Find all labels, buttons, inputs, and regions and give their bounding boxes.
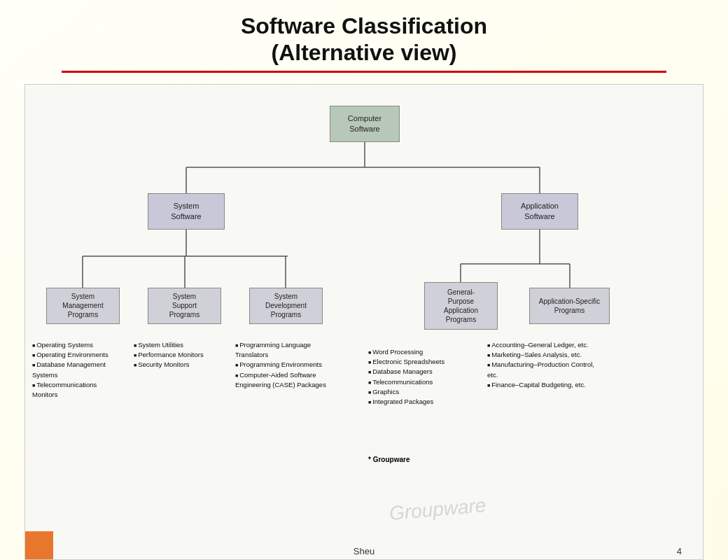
sys-mgmt-list: Operating Systems Operating Environments… (32, 340, 123, 400)
page-title: Software Classification (Alternative vie… (28, 13, 700, 66)
app-specific-box: Application-Specific Programs (529, 288, 610, 324)
general-purpose-box: General- Purpose Application Programs (424, 282, 498, 330)
title-section: Software Classification (Alternative vie… (0, 0, 728, 78)
diagram-area: Computer Software System Software Applic… (24, 84, 704, 560)
sys-dev-box: System Development Programs (249, 288, 323, 324)
root-box: Computer Software (330, 106, 400, 142)
sys-mgmt-box: System Management Programs (46, 288, 120, 324)
groupware-label: * Groupware (368, 456, 410, 463)
general-purpose-list: Word Processing Electronic Spreadsheets … (368, 347, 470, 407)
system-software-box: System Software (148, 193, 225, 230)
application-software-box: Application Software (501, 193, 578, 230)
footer-page-number: 4 (677, 546, 682, 556)
page-wrapper: Software Classification (Alternative vie… (0, 0, 728, 560)
groupware-watermark: Groupware (388, 494, 487, 525)
sys-dev-list: Programming Language Translators Program… (235, 340, 333, 390)
footer: Sheu 4 (25, 543, 703, 559)
footer-author: Sheu (354, 546, 374, 556)
red-divider (62, 71, 666, 73)
sys-support-list: System Utilities Performance Monitors Se… (134, 340, 218, 370)
sys-support-box: System Support Programs (148, 288, 221, 324)
app-specific-list: Accounting–General Ledger, etc. Marketin… (487, 340, 599, 390)
